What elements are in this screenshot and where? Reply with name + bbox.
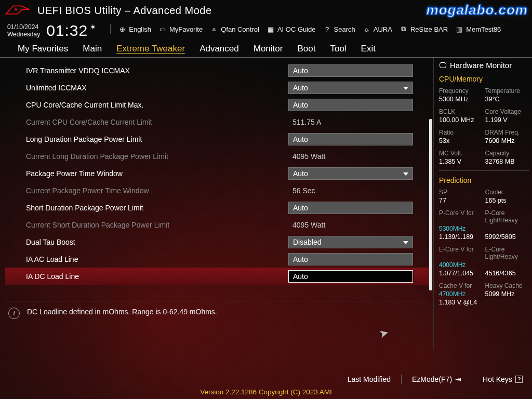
help-text: DC Loadline defined in mOhms. Range is 0… — [27, 308, 217, 337]
chip-icon: ▦ — [267, 25, 275, 33]
exit-icon: ⇥ — [455, 375, 461, 383]
setting-label: IVR Transmitter VDDQ ICCMAX — [26, 66, 288, 75]
text-field[interactable]: Auto — [288, 202, 413, 214]
setting-dual-tau-boost[interactable]: Dual Tau BoostDisabled — [5, 233, 429, 250]
cpu-memory-heading: CPU/Memory — [439, 75, 529, 83]
question-icon: ? — [515, 376, 523, 383]
setting-label: Current CPU Core/Cache Current Limit — [26, 118, 288, 126]
svg-point-0 — [15, 8, 17, 10]
hotkeys-button[interactable]: Hot Keys? — [483, 375, 523, 384]
monitor-icon: 🖵 — [439, 61, 447, 70]
setting-label: Current Long Duration Package Power Limi… — [26, 152, 288, 161]
tab-main[interactable]: Main — [83, 44, 102, 54]
setting-ia-dc-load-line[interactable]: IA DC Load LineAuto — [5, 268, 429, 285]
clock[interactable]: 01:32✶ — [46, 22, 97, 39]
gear-icon[interactable]: ✶ — [90, 23, 97, 31]
setting-label: Current Package Power Time Window — [26, 187, 288, 195]
dropdown-field[interactable]: Disabled — [288, 236, 413, 248]
setting-current-short-duration-package-power-limit: Current Short Duration Package Power Lim… — [5, 216, 429, 233]
tab-extreme-tweaker[interactable]: Extreme Tweaker — [116, 44, 185, 54]
setting-ia-ac-load-line[interactable]: IA AC Load LineAuto — [5, 250, 429, 268]
rog-logo — [4, 3, 31, 18]
globe-icon: ⊕ — [118, 25, 126, 33]
star-icon: ▭ — [158, 25, 167, 33]
setting-value: 56 Sec — [288, 187, 315, 195]
setting-value: 4095 Watt — [288, 221, 325, 229]
ezmode-button[interactable]: EzMode(F7)⇥ — [412, 375, 461, 384]
last-modified-button[interactable]: Last Modified — [348, 375, 391, 384]
setting-label: CPU Core/Cache Current Limit Max. — [26, 101, 288, 109]
aura-button[interactable]: ☼AURA — [363, 25, 392, 33]
search-button[interactable]: ?Search — [323, 25, 355, 33]
language-selector[interactable]: ⊕English — [118, 25, 151, 33]
setting-label: Long Duration Package Power Limit — [26, 135, 288, 143]
hw-monitor-title: 🖵Hardware Monitor — [439, 61, 529, 70]
prediction-heading: Prediction — [439, 176, 529, 184]
date-display: 01/10/2024 Wednesday — [7, 23, 40, 38]
setting-current-package-power-time-window: Current Package Power Time Window56 Sec — [5, 182, 429, 199]
app-title: UEFI BIOS Utility – Advanced Mode — [37, 5, 212, 17]
setting-label: IA DC Load Line — [26, 272, 288, 281]
memtest-button[interactable]: ▥MemTest86 — [455, 25, 501, 33]
setting-long-duration-package-power-limit[interactable]: Long Duration Package Power LimitAuto — [5, 130, 429, 148]
aura-icon: ☼ — [363, 25, 371, 33]
resizebar-button[interactable]: ⧉ReSize BAR — [400, 25, 448, 33]
ram-icon: ▥ — [455, 25, 463, 33]
setting-short-duration-package-power-limit[interactable]: Short Duration Package Power LimitAuto — [5, 199, 429, 216]
text-field[interactable]: Auto — [288, 99, 413, 111]
qfan-button[interactable]: ஃQfan Control — [210, 25, 259, 33]
setting-label: Dual Tau Boost — [26, 238, 288, 246]
setting-cpu-core-cache-current-limit-max[interactable]: CPU Core/Cache Current Limit Max.Auto — [5, 96, 429, 113]
tab-tool[interactable]: Tool — [330, 44, 346, 54]
search-icon: ? — [323, 25, 331, 33]
cursor-icon: ➤ — [378, 326, 390, 341]
setting-label: Package Power Time Window — [26, 169, 288, 178]
tab-boot[interactable]: Boot — [297, 44, 315, 54]
resize-icon: ⧉ — [400, 25, 408, 33]
aioc-button[interactable]: ▦AI OC Guide — [267, 25, 316, 33]
setting-label: IA AC Load Line — [26, 255, 288, 263]
tab-monitor[interactable]: Monitor — [254, 44, 283, 54]
setting-label: Short Duration Package Power Limit — [26, 204, 288, 212]
info-icon: i — [8, 308, 20, 319]
setting-label: Current Short Duration Package Power Lim… — [26, 221, 288, 229]
tab-advanced[interactable]: Advanced — [200, 44, 239, 54]
scrollbar[interactable] — [429, 119, 432, 290]
setting-unlimited-iccmax[interactable]: Unlimited ICCMAXAuto — [5, 79, 429, 96]
setting-label: Unlimited ICCMAX — [26, 84, 288, 92]
text-field[interactable]: Auto — [288, 64, 413, 77]
tab-exit[interactable]: Exit — [361, 44, 376, 54]
setting-ivr-transmitter-vddq-iccmax[interactable]: IVR Transmitter VDDQ ICCMAXAuto — [5, 62, 429, 79]
tab-my-favorites[interactable]: My Favorites — [18, 44, 68, 54]
copyright: Version 2.22.1286 Copyright (C) 2023 AMI — [0, 386, 532, 399]
setting-current-long-duration-package-power-limit: Current Long Duration Package Power Limi… — [5, 148, 429, 165]
dropdown-field[interactable]: Auto — [288, 167, 413, 180]
setting-package-power-time-window[interactable]: Package Power Time WindowAuto — [5, 165, 429, 182]
fan-icon: ஃ — [210, 25, 218, 33]
setting-value: 511.75 A — [288, 118, 321, 126]
myfavorite-button[interactable]: ▭MyFavorite — [158, 25, 203, 33]
setting-value: 4095 Watt — [288, 152, 325, 161]
text-field[interactable]: Auto — [288, 133, 413, 145]
dropdown-field[interactable]: Auto — [288, 82, 413, 94]
setting-current-cpu-core-cache-current-limit: Current CPU Core/Cache Current Limit511.… — [5, 113, 429, 130]
text-field[interactable]: Auto — [288, 253, 413, 265]
text-field[interactable]: Auto — [288, 270, 413, 283]
